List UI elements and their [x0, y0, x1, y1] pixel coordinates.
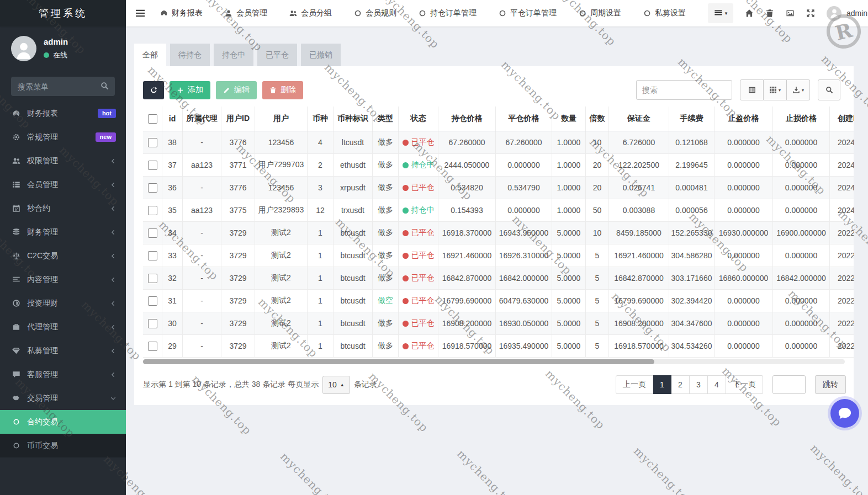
- row-checkbox[interactable]: [148, 161, 157, 170]
- topnav-item-2[interactable]: 会员管理: [225, 8, 267, 18]
- cache-image-button[interactable]: [786, 9, 795, 18]
- comment-icon: [12, 370, 21, 379]
- row-checkbox[interactable]: [148, 274, 157, 283]
- row-checkbox[interactable]: [148, 228, 157, 238]
- sidebar-item-5[interactable]: 秒合约: [0, 196, 126, 220]
- chevron-left-icon: [110, 206, 116, 211]
- next-page-button[interactable]: 下一页: [726, 375, 763, 394]
- tab-3[interactable]: 持仓中: [214, 44, 253, 66]
- sidebar-item-6[interactable]: 财务管理: [0, 220, 126, 244]
- page-button-3[interactable]: 3: [690, 375, 708, 394]
- page-button-1[interactable]: 1: [653, 375, 671, 394]
- cell-uid: 3729: [221, 290, 255, 312]
- sidebar-item-8[interactable]: 内容管理: [0, 268, 126, 291]
- topnav-item-8[interactable]: 私募设置: [643, 8, 686, 18]
- cell-tp: 16860.000000: [714, 267, 773, 290]
- tab-5[interactable]: 已撤销: [301, 44, 341, 66]
- prev-page-button[interactable]: 上一页: [616, 375, 653, 394]
- online-status-label: 在线: [53, 50, 67, 60]
- sidebar-item-4[interactable]: 会员管理: [0, 173, 126, 196]
- cell-qty: 5.0000: [552, 267, 586, 290]
- sidebar-subitem-label: 币币交易: [27, 441, 58, 451]
- task-menu-button[interactable]: ▾: [708, 3, 733, 23]
- jump-button[interactable]: 跳转: [815, 375, 846, 394]
- page-size-select[interactable]: 10▲: [322, 376, 350, 394]
- tab-2[interactable]: 待持仓: [170, 44, 210, 66]
- horizontal-scrollbar[interactable]: [143, 359, 845, 364]
- topnav-item-6[interactable]: 平仓订单管理: [499, 8, 557, 18]
- row-checkbox[interactable]: [148, 251, 157, 260]
- row-checkbox-cell: [143, 154, 162, 177]
- export-button[interactable]: ▾: [787, 79, 810, 100]
- delete-button[interactable]: 删除: [262, 81, 303, 99]
- cell-qty: 5.0000: [552, 244, 586, 267]
- cell-created: 2022-11-15 16: [830, 244, 854, 267]
- sidebar-item-3[interactable]: 权限管理: [0, 149, 126, 173]
- home-button[interactable]: [745, 9, 754, 18]
- status-tabs: 全部待持仓持仓中已平仓已撤销: [134, 44, 854, 66]
- row-checkbox-cell: [143, 267, 162, 290]
- refresh-button[interactable]: [143, 81, 164, 99]
- sidebar-item-12[interactable]: 客服管理: [0, 363, 126, 386]
- sidebar-item-2[interactable]: 常规管理new: [0, 125, 126, 149]
- list-icon: [714, 9, 723, 18]
- sidebar-toggle-icon[interactable]: [136, 9, 145, 18]
- row-checkbox[interactable]: [148, 183, 157, 193]
- tab-1[interactable]: 全部: [134, 44, 166, 66]
- navbar-main: 财务报表会员管理会员分组会员规则持仓订单管理平仓订单管理周期设置私募设置 ▾ a…: [126, 0, 868, 26]
- image-icon: [786, 9, 795, 18]
- sidebar-subitem-2[interactable]: 币币交易: [0, 434, 126, 457]
- status-dot: [403, 343, 409, 349]
- cell-symbol: btcusdt: [334, 335, 373, 358]
- chat-widget-button[interactable]: [830, 399, 859, 428]
- search-icon: [825, 86, 833, 94]
- row-checkbox[interactable]: [148, 138, 157, 147]
- row-checkbox-cell: [143, 222, 162, 244]
- jump-page-input[interactable]: [772, 375, 806, 394]
- align-icon: [12, 275, 21, 284]
- topnav-item-5[interactable]: 持仓订单管理: [419, 8, 477, 18]
- sidebar-item-13[interactable]: 交易管理: [0, 386, 126, 410]
- page-button-4[interactable]: 4: [708, 375, 726, 394]
- circle-icon: [354, 9, 362, 17]
- sidebar-item-1[interactable]: 财务报表hot: [0, 102, 126, 125]
- sidebar-subitem-1[interactable]: 合约交易: [0, 410, 126, 434]
- cell-symbol: xrpusdt: [334, 177, 373, 199]
- sidebar-item-7[interactable]: C2C交易: [0, 244, 126, 268]
- sidebar-search-input[interactable]: [11, 77, 115, 96]
- edit-button[interactable]: 编辑: [216, 81, 257, 99]
- cell-lev: 20: [586, 177, 609, 199]
- table-search-input[interactable]: [636, 80, 732, 100]
- fullscreen-button[interactable]: [806, 9, 815, 18]
- cell-status: 已平仓: [399, 131, 438, 154]
- clear-trash-button[interactable]: [765, 9, 774, 18]
- page-button-2[interactable]: 2: [671, 375, 690, 394]
- row-checkbox[interactable]: [148, 342, 157, 351]
- cell-margin: 16918.570000: [609, 335, 669, 358]
- sidebar-item-11[interactable]: 私募管理: [0, 339, 126, 363]
- cell-agent: -: [183, 312, 221, 335]
- row-checkbox[interactable]: [148, 206, 157, 215]
- row-checkbox[interactable]: [148, 296, 157, 306]
- user-icon: [225, 9, 232, 17]
- cell-hold: 16918.570000: [438, 335, 496, 358]
- diamond-icon: [12, 347, 21, 355]
- topnav-item-7[interactable]: 周期设置: [579, 8, 621, 18]
- tab-4[interactable]: 已平仓: [257, 44, 297, 66]
- sidebar-item-10[interactable]: 代理管理: [0, 315, 126, 339]
- row-checkbox[interactable]: [148, 319, 157, 328]
- topnav-item-1[interactable]: 财务报表: [160, 8, 203, 18]
- topnav-item-4[interactable]: 会员规则: [354, 8, 396, 18]
- search-toggle-button[interactable]: [818, 79, 840, 100]
- columns-button[interactable]: ▾: [764, 79, 787, 100]
- add-button[interactable]: 添加: [170, 81, 210, 99]
- cell-sl: 0.000000: [773, 199, 830, 222]
- cell-created: 2024-10-07 01: [830, 177, 854, 199]
- select-all-checkbox[interactable]: [148, 114, 157, 124]
- topnav-item-3[interactable]: 会员分组: [289, 8, 332, 18]
- cell-hold: 16842.870000: [438, 267, 496, 290]
- cell-tp: 16930.000000: [714, 222, 773, 244]
- sidebar-item-9[interactable]: 投资理财: [0, 291, 126, 315]
- scrollbar-thumb[interactable]: [143, 359, 654, 364]
- detail-view-button[interactable]: [740, 79, 764, 100]
